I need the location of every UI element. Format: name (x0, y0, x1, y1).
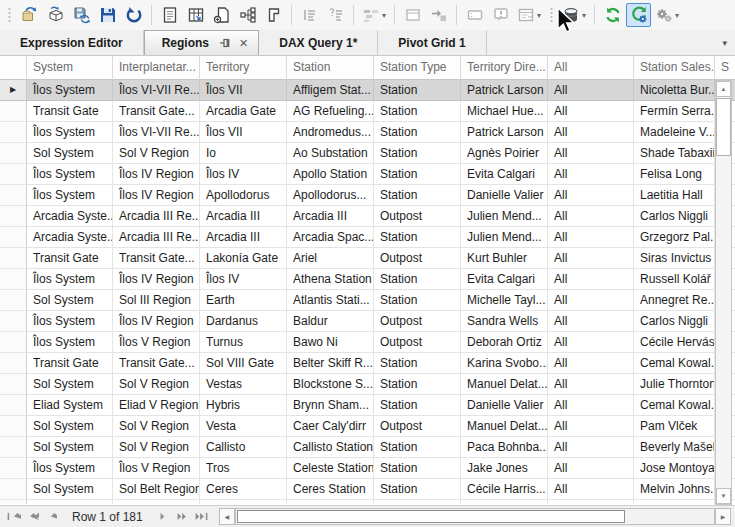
cell[interactable]: Transit Gate (27, 101, 113, 122)
table-row[interactable]: Sol SystemSol Belt RegionCeresCeres Stat… (0, 479, 735, 500)
cell[interactable]: Sol V Region (113, 143, 200, 164)
cell[interactable]: All (548, 80, 634, 101)
script-button[interactable] (261, 3, 286, 27)
horizontal-scrollbar[interactable]: ◀ ▶ (219, 508, 731, 525)
cell[interactable]: Tros (200, 458, 287, 479)
cell[interactable]: Deborah Ortiz (461, 332, 548, 353)
cell[interactable]: Sol System (27, 437, 113, 458)
cell[interactable]: Laetitia Hall (634, 185, 715, 206)
cell[interactable]: Blockstone S... (287, 374, 374, 395)
auto-refresh-button[interactable] (626, 3, 651, 27)
cell[interactable]: Earth (200, 290, 287, 311)
vertical-scrollbar[interactable]: ▲ ▼ (715, 80, 732, 505)
cell[interactable]: Sol V Region (113, 374, 200, 395)
cell[interactable]: All (548, 227, 634, 248)
cell[interactable]: Sol System (27, 290, 113, 311)
cell[interactable]: Îlos VII (200, 122, 287, 143)
previous-page-button[interactable] (22, 509, 40, 525)
save-button[interactable] (95, 3, 120, 27)
cell[interactable]: Cécile Harris... (461, 479, 548, 500)
cell[interactable]: Îlos V Region (113, 458, 200, 479)
cell[interactable]: Station (374, 269, 461, 290)
chevron-down-icon[interactable]: ▾ (582, 11, 586, 20)
options-button[interactable]: ▾ (652, 3, 682, 27)
deploy-button[interactable] (43, 3, 68, 27)
cell[interactable]: Îlos System (27, 80, 113, 101)
cell[interactable]: Brynn Sham... (287, 395, 374, 416)
cell[interactable]: Station (374, 164, 461, 185)
cell[interactable]: Kurt Buhler (461, 248, 548, 269)
cell[interactable]: All (548, 290, 634, 311)
open-button[interactable] (17, 3, 42, 27)
column-header-interplanetar[interactable]: Interplanetar... (113, 56, 200, 80)
cell[interactable]: Station (374, 353, 461, 374)
first-record-button[interactable] (4, 509, 22, 525)
cell[interactable]: All (548, 143, 634, 164)
table-row[interactable]: Sol SystemSol V RegionVestaCaer Caly'dir… (0, 416, 735, 437)
cell[interactable]: Îlos IV Region (113, 311, 200, 332)
cell[interactable]: Atlantis Stati... (287, 290, 374, 311)
cell[interactable]: Callisto Station (287, 437, 374, 458)
table-row[interactable]: Sol SystemSol V RegionIoAo SubstationSta… (0, 143, 735, 164)
cell[interactable]: Outpost (374, 311, 461, 332)
cell[interactable]: Outpost (374, 206, 461, 227)
tab-pivot-grid-1[interactable]: Pivot Grid 1 (378, 30, 486, 55)
cell[interactable]: All (548, 269, 634, 290)
chevron-down-icon[interactable]: ▾ (722, 38, 727, 48)
table-row[interactable]: Îlos SystemÎlos IV RegionÎlos IVAthena S… (0, 269, 735, 290)
cell[interactable]: Bawo Ni (287, 332, 374, 353)
cell[interactable]: Îlos IV (200, 269, 287, 290)
cell[interactable]: Station (374, 143, 461, 164)
cell[interactable]: Evita Calgari (461, 269, 548, 290)
chevron-down-icon[interactable]: ▾ (675, 11, 679, 20)
refresh-button[interactable] (600, 3, 625, 27)
table-row[interactable]: Îlos SystemÎlos VI-VII Re...Îlos VIIAndr… (0, 122, 735, 143)
cell[interactable]: Sol Belt Region (113, 479, 200, 500)
save-sync-button[interactable] (69, 3, 94, 27)
scroll-down-icon[interactable]: ▼ (716, 488, 731, 504)
cell[interactable]: Andromedus... (287, 122, 374, 143)
cell[interactable]: Îlos VI-VII Re... (113, 80, 200, 101)
cell[interactable]: Îlos IV Region (113, 185, 200, 206)
cell[interactable]: Agnès Poirier (461, 143, 548, 164)
cell[interactable]: Arcadia III Re... (113, 206, 200, 227)
cell[interactable]: Cemal Kowal... (634, 353, 715, 374)
cell[interactable]: Melvin Johns... (634, 479, 715, 500)
new-page-button[interactable] (209, 3, 234, 27)
cell[interactable]: Transit Gate (27, 353, 113, 374)
cell[interactable]: Îlos IV Region (113, 269, 200, 290)
cell[interactable]: Carlos Niggli (634, 206, 715, 227)
column-header-station-sales[interactable]: Station Sales... (634, 56, 715, 80)
cell[interactable]: Îlos System (27, 458, 113, 479)
column-header-territory-dire[interactable]: Territory Dire... (461, 56, 548, 80)
last-record-button[interactable] (193, 509, 211, 525)
cell[interactable]: Vesta (200, 416, 287, 437)
cell[interactable]: Apollodorus... (287, 185, 374, 206)
cell[interactable]: Lakonía Gate (200, 248, 287, 269)
cell[interactable]: Outpost (374, 248, 461, 269)
cell[interactable]: All (548, 248, 634, 269)
cell[interactable]: Patrick Larson (461, 122, 548, 143)
cell[interactable]: Transit Gate... (113, 248, 200, 269)
table-row[interactable]: Sol SystemSol V RegionVestasBlockstone S… (0, 374, 735, 395)
cell[interactable]: Transit Gate... (113, 101, 200, 122)
cell[interactable]: All (548, 416, 634, 437)
table-row[interactable]: Eliad SystemEliad V RegionHybrisBrynn Sh… (0, 395, 735, 416)
cell[interactable]: Jose Montoya (634, 458, 715, 479)
cell[interactable]: Arcadia Syste... (27, 227, 113, 248)
cell[interactable]: Station (374, 479, 461, 500)
reload-button[interactable] (121, 3, 146, 27)
cell[interactable]: Baldur (287, 311, 374, 332)
new-document-button[interactable] (157, 3, 182, 27)
cell[interactable]: All (548, 206, 634, 227)
cell[interactable]: Siras Invictus (634, 248, 715, 269)
cell[interactable]: Sol System (27, 143, 113, 164)
cell[interactable]: Transit Gate... (113, 353, 200, 374)
cell[interactable]: Karina Svobo... (461, 353, 548, 374)
cell[interactable]: All (548, 311, 634, 332)
cell[interactable]: Sandra Wells (461, 311, 548, 332)
cell[interactable]: All (548, 101, 634, 122)
cell[interactable]: Annegret Re... (634, 290, 715, 311)
cell[interactable]: Îlos System (27, 164, 113, 185)
cell[interactable]: Îlos V Region (113, 332, 200, 353)
